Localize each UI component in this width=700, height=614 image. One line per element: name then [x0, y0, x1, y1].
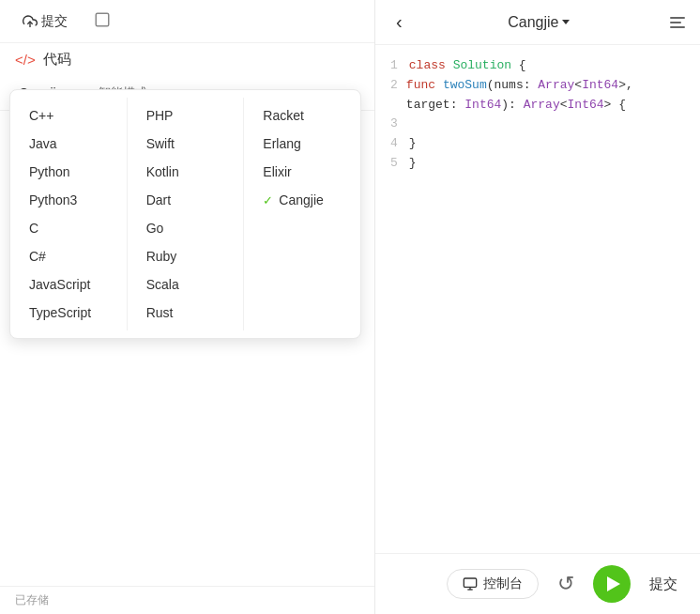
line-num-1: 1: [375, 56, 398, 76]
lang-item-erlang[interactable]: Erlang: [244, 130, 360, 158]
lang-item-go[interactable]: Go: [128, 214, 244, 242]
title-chevron-icon: [562, 20, 570, 24]
console-button[interactable]: 控制台: [447, 569, 539, 599]
tab-icon: [94, 11, 111, 28]
lang-item-dart[interactable]: Dart: [128, 186, 244, 214]
line-content-5: }: [409, 154, 428, 174]
play-icon: [607, 576, 620, 591]
lang-item-kotlin[interactable]: Kotlin: [128, 158, 244, 186]
settings-button[interactable]: [670, 17, 685, 28]
undo-button[interactable]: ↺: [550, 568, 582, 600]
editor-title: Cangjie: [508, 14, 558, 31]
code-line-1: 1 class Solution {: [375, 56, 700, 76]
lang-item-java[interactable]: Java: [10, 130, 127, 158]
code-icon: </>: [15, 52, 36, 68]
tab-button[interactable]: [86, 8, 118, 35]
right-header: ‹ Cangjie: [375, 0, 700, 45]
top-bar: 提交: [0, 0, 374, 43]
code-line-3: 3: [375, 115, 700, 134]
lang-item-racket[interactable]: Racket: [244, 101, 360, 130]
line-content-4: }: [409, 134, 428, 154]
lang-item-ruby[interactable]: Ruby: [128, 242, 244, 270]
right-panel: ‹ Cangjie 1 class Solution { 2 func twoS…: [375, 0, 700, 614]
lang-item-cangjie[interactable]: ✓ Cangjie: [244, 186, 360, 214]
line-content-1: class Solution {: [409, 56, 538, 76]
status-text: 已存储: [15, 593, 49, 606]
submit-right-button[interactable]: 提交: [642, 572, 685, 597]
lang-item-elixir[interactable]: Elixir: [244, 158, 360, 186]
code-line-4: 4 }: [375, 134, 700, 154]
submit-button[interactable]: 提交: [15, 9, 75, 34]
run-button[interactable]: [593, 565, 631, 603]
lang-item-php[interactable]: PHP: [128, 101, 244, 130]
left-panel: 提交 </> 代码 Cangjie • 智能模式 C++ Java Python…: [0, 0, 375, 614]
lang-item-cpp[interactable]: C++: [10, 101, 127, 130]
code-line-2: 2 func twoSum(nums: Array<Int64>, target…: [375, 76, 700, 115]
console-label: 控制台: [483, 576, 523, 592]
bottom-bar: 控制台 ↺ 提交: [375, 553, 700, 614]
back-button[interactable]: ‹: [390, 9, 408, 35]
svg-rect-1: [96, 13, 109, 26]
lang-item-typescript[interactable]: TypeScript: [10, 299, 127, 327]
check-icon: ✓: [263, 193, 273, 207]
lang-item-csharp[interactable]: C#: [10, 242, 127, 270]
line-num-2: 2: [375, 76, 395, 115]
line-content-2: func twoSum(nums: Array<Int64>, target: …: [406, 76, 700, 115]
lang-item-rust[interactable]: Rust: [128, 299, 244, 327]
code-title: 代码: [43, 51, 71, 69]
code-editor[interactable]: 1 class Solution { 2 func twoSum(nums: A…: [375, 45, 700, 553]
lang-item-python3[interactable]: Python3: [10, 186, 127, 214]
settings-lines-icon: [670, 17, 685, 28]
lang-item-swift[interactable]: Swift: [128, 130, 244, 158]
dropdown-col-3: Racket Erlang Elixir ✓ Cangjie: [244, 98, 360, 330]
language-dropdown: C++ Java Python Python3 C C# JavaScript …: [9, 89, 361, 339]
code-line-5: 5 }: [375, 154, 700, 174]
lang-item-c[interactable]: C: [10, 214, 127, 242]
header-title-area: Cangjie: [508, 14, 570, 31]
undo-icon: ↺: [557, 572, 574, 595]
svg-rect-2: [464, 578, 476, 587]
console-icon: [463, 576, 478, 591]
lang-item-javascript[interactable]: JavaScript: [10, 270, 127, 299]
code-header: </> 代码: [0, 43, 374, 76]
line-num-5: 5: [375, 154, 398, 174]
submit-label: 提交: [41, 13, 68, 30]
line-content-3: [409, 115, 428, 134]
line-num-4: 4: [375, 134, 398, 154]
line-num-3: 3: [375, 115, 398, 134]
submit-right-label: 提交: [649, 576, 677, 591]
dropdown-col-1: C++ Java Python Python3 C C# JavaScript …: [10, 98, 128, 330]
lang-item-python[interactable]: Python: [10, 158, 127, 186]
upload-icon: [23, 14, 38, 29]
lang-item-scala[interactable]: Scala: [128, 270, 244, 299]
status-bar: 已存储: [0, 586, 374, 614]
dropdown-col-2: PHP Swift Kotlin Dart Go Ruby Scala Rust: [128, 98, 245, 330]
